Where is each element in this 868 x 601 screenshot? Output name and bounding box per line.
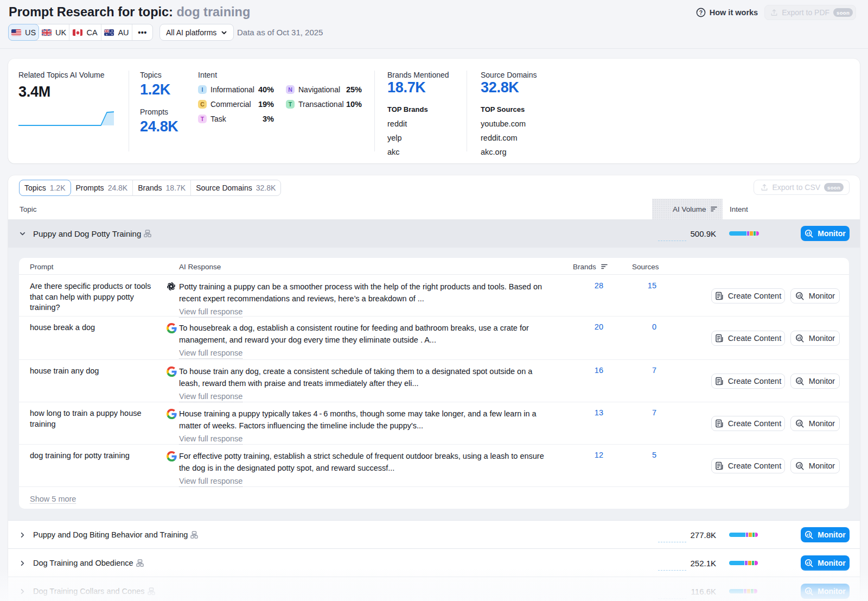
svg-text:?: ? [699,9,703,16]
